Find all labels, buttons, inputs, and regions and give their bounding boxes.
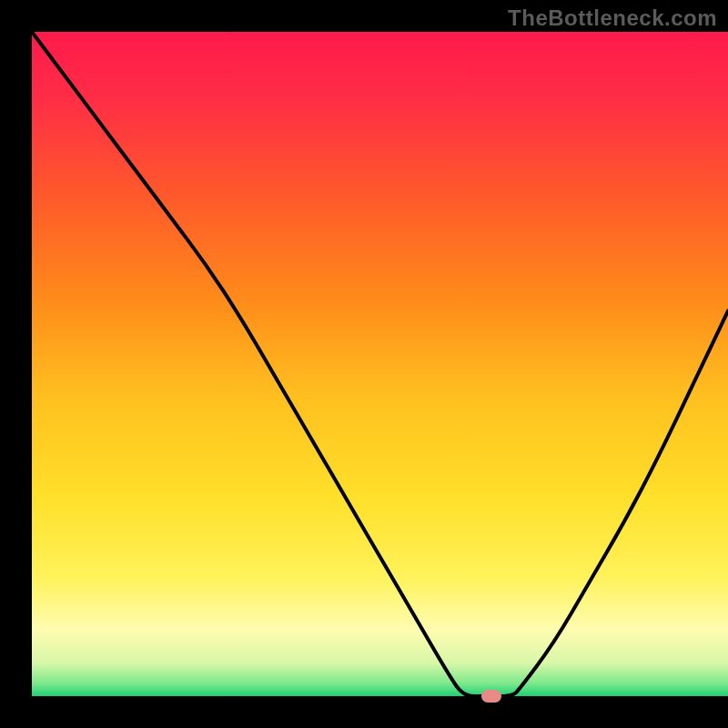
chart-svg [32,32,728,696]
watermark-text: TheBottleneck.com [508,5,717,31]
marker-pill [481,690,501,703]
gradient-background [32,32,728,696]
chart-frame: TheBottleneck.com [0,0,728,728]
plot-area [32,32,728,696]
